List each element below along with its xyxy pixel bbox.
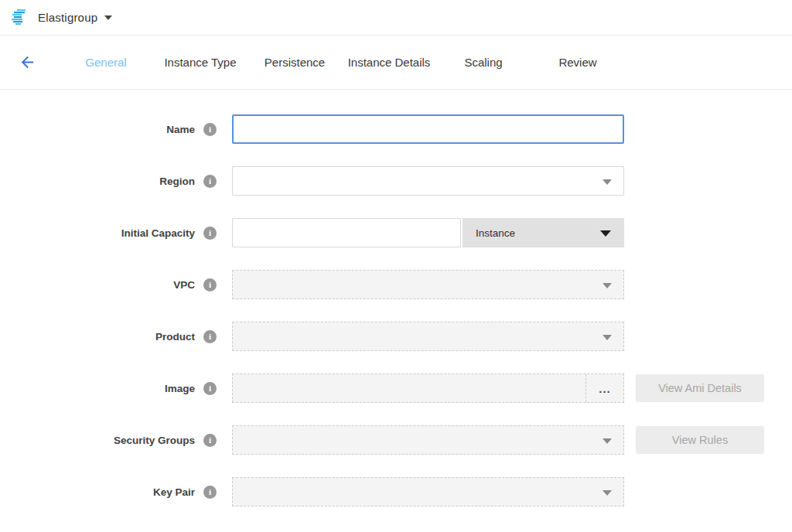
tab-review[interactable]: Review	[531, 51, 625, 73]
capacity-unit-value: Instance	[476, 227, 515, 239]
dropdown-caret-icon	[600, 230, 611, 237]
wizard-tabs: General Instance Type Persistence Instan…	[59, 51, 625, 73]
key-pair-label: Key Pair	[153, 486, 195, 498]
info-icon[interactable]: i	[203, 434, 217, 447]
tab-instance-type[interactable]: Instance Type	[153, 51, 248, 73]
general-form: Name i Region i Initial Capacity i Insta…	[0, 90, 792, 506]
image-row: Image i ... View Ami Details	[0, 373, 792, 403]
arrow-back-icon	[19, 53, 36, 71]
security-groups-label: Security Groups	[114, 435, 195, 446]
initial-capacity-input[interactable]	[232, 218, 461, 247]
tab-scaling[interactable]: Scaling	[436, 51, 531, 73]
image-input[interactable]: ...	[232, 373, 624, 403]
image-label: Image	[165, 383, 195, 394]
dropdown-caret-icon	[603, 283, 612, 288]
product-row: Product i	[0, 322, 792, 351]
wizard-tabbar: General Instance Type Persistence Instan…	[0, 36, 792, 90]
dropdown-caret-icon	[603, 490, 612, 496]
region-row: Region i	[0, 166, 792, 196]
vpc-label: VPC	[173, 279, 195, 291]
security-groups-select[interactable]	[232, 425, 624, 455]
product-label: Product	[155, 331, 195, 343]
vpc-select[interactable]	[232, 270, 624, 299]
view-rules-button[interactable]: View Rules	[636, 426, 764, 454]
back-button[interactable]	[17, 53, 37, 73]
vpc-row: VPC i	[0, 270, 792, 299]
region-select[interactable]	[232, 166, 624, 196]
security-groups-row: Security Groups i View Rules	[0, 425, 792, 455]
name-label: Name	[166, 124, 195, 135]
view-ami-details-button[interactable]: View Ami Details	[636, 374, 764, 402]
dropdown-caret-icon	[603, 179, 612, 185]
info-icon[interactable]: i	[203, 123, 217, 136]
chevron-down-icon	[104, 15, 112, 20]
elastigroup-logo-icon	[10, 9, 29, 26]
key-pair-row: Key Pair i	[0, 477, 792, 506]
app-header: Elastigroup	[0, 0, 792, 36]
initial-capacity-row: Initial Capacity i Instance	[0, 218, 792, 247]
elastigroup-menu[interactable]: Elastigroup	[10, 9, 112, 26]
region-label: Region	[159, 176, 195, 187]
name-input[interactable]	[232, 114, 624, 144]
info-icon[interactable]: i	[203, 227, 217, 240]
tab-instance-details[interactable]: Instance Details	[342, 51, 436, 73]
image-browse-button[interactable]: ...	[585, 374, 623, 402]
initial-capacity-label: Initial Capacity	[121, 227, 195, 239]
tab-persistence[interactable]: Persistence	[248, 51, 342, 73]
app-title: Elastigroup	[38, 11, 97, 24]
info-icon[interactable]: i	[203, 486, 217, 499]
product-select[interactable]	[232, 322, 624, 351]
dropdown-caret-icon	[603, 335, 612, 340]
info-icon[interactable]: i	[203, 382, 217, 395]
info-icon[interactable]: i	[203, 330, 217, 343]
dropdown-caret-icon	[603, 438, 612, 444]
info-icon[interactable]: i	[203, 278, 217, 292]
key-pair-select[interactable]	[232, 477, 624, 506]
tab-general[interactable]: General	[59, 51, 153, 73]
name-row: Name i	[0, 114, 792, 144]
info-icon[interactable]: i	[203, 175, 217, 188]
capacity-unit-select[interactable]: Instance	[463, 218, 624, 247]
